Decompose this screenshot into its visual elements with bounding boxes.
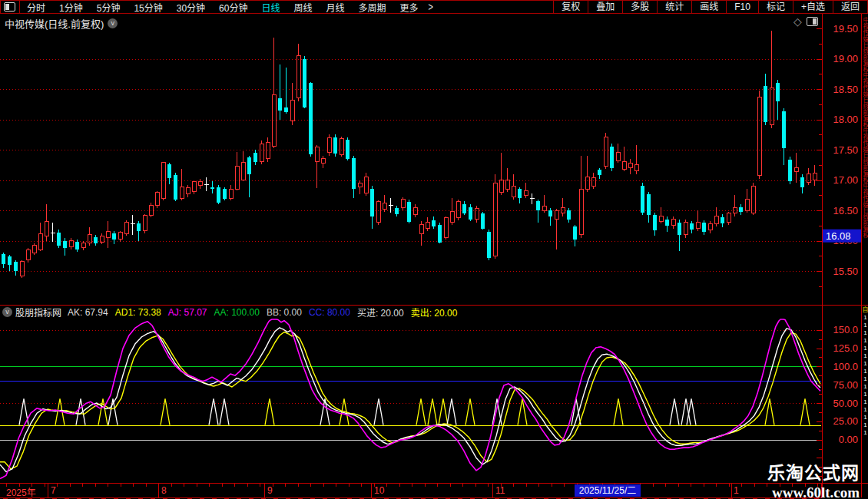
indicator-field-AK: AK: 67.94 xyxy=(68,307,108,318)
timeline-tick xyxy=(171,484,172,487)
collapse-indicator-icon[interactable]: v xyxy=(2,307,12,317)
indicator-header: v 股朋指标网 AK: 67.94AD1: 73.38AJ: 57.07AA: … xyxy=(0,305,868,319)
tab-5分钟[interactable]: 5分钟 xyxy=(90,1,128,14)
tab-更多[interactable]: 更多 xyxy=(393,1,426,14)
body-up xyxy=(493,183,497,256)
body-down xyxy=(782,111,786,148)
candle xyxy=(536,200,540,223)
body-up xyxy=(727,213,731,223)
diamond-icon[interactable]: ◇ xyxy=(793,16,802,27)
chart-title-row: 中视传媒(日线.前复权) v xyxy=(5,16,118,31)
body-up xyxy=(450,212,454,223)
timeline-tick xyxy=(678,484,679,487)
right-strip-vertical-text: 中视传媒日线前复权中视传媒日线前复权中视传媒日线前复权中视传媒日线前复权 xyxy=(862,17,868,302)
body-up xyxy=(321,158,325,163)
tab-15分钟[interactable]: 15分钟 xyxy=(127,1,169,14)
body-down xyxy=(407,202,411,222)
candle xyxy=(690,221,694,233)
body-down xyxy=(610,147,614,168)
body-down xyxy=(776,83,780,101)
tab-日线[interactable]: 日线 xyxy=(254,1,287,14)
timeline-tick xyxy=(197,484,197,487)
candle xyxy=(2,253,5,268)
candle xyxy=(585,156,589,192)
chart-corner-icons: ◇ xyxy=(793,16,818,27)
more-arrow-icon[interactable]: > xyxy=(426,1,436,13)
timeline-tick xyxy=(754,484,755,487)
candle xyxy=(665,216,669,232)
indicator-axis-label: 75.00 xyxy=(833,379,858,391)
toolbar-button-画线[interactable]: 画线 xyxy=(691,1,726,13)
toolbar-button-返回[interactable]: 返回 xyxy=(833,1,867,13)
timeline-label: 2025年 xyxy=(6,485,36,498)
toolbar-button-标记[interactable]: 标记 xyxy=(758,1,793,13)
candle xyxy=(352,156,356,198)
toolbar-button-多股[interactable]: 多股 xyxy=(622,1,657,13)
chevron-down-circle-icon[interactable]: v xyxy=(108,18,118,28)
toolbar-button-+自选[interactable]: +自选 xyxy=(793,1,833,13)
timeline-axis[interactable]: 2025年789101112025/11/25/二 xyxy=(0,483,868,498)
candle xyxy=(776,80,780,119)
toolbar-button-复权[interactable]: 复权 xyxy=(553,1,588,13)
candle xyxy=(186,185,190,197)
body-down xyxy=(137,223,141,230)
body-up xyxy=(186,188,190,194)
tab-1分钟[interactable]: 1分钟 xyxy=(52,1,90,14)
body-down xyxy=(432,220,436,226)
tab-60分钟[interactable]: 60分钟 xyxy=(212,1,254,14)
candle xyxy=(155,191,159,208)
body-up xyxy=(180,187,184,198)
body-up xyxy=(143,215,147,231)
candle xyxy=(647,192,651,222)
body-down xyxy=(800,177,804,187)
window-layout-icon[interactable] xyxy=(4,2,15,12)
candle xyxy=(604,133,608,169)
body-up xyxy=(118,232,122,239)
body-up xyxy=(475,209,479,220)
body-down xyxy=(665,220,669,226)
candle xyxy=(745,189,749,213)
tab-多周期[interactable]: 多周期 xyxy=(352,1,393,14)
body-up xyxy=(745,200,749,210)
timeline-divider xyxy=(371,484,372,497)
body-down xyxy=(352,158,356,189)
candle xyxy=(290,83,294,125)
candle xyxy=(94,235,98,246)
candle xyxy=(407,200,411,224)
candle xyxy=(210,181,214,193)
candle xyxy=(548,208,552,226)
body-up xyxy=(32,246,36,253)
strip-digit: 1 xyxy=(862,421,868,429)
chart-title: 中视传媒(日线.前复权) xyxy=(5,16,104,31)
toolbar-button-F10[interactable]: F10 xyxy=(726,1,758,13)
candle xyxy=(118,231,122,242)
body-up xyxy=(444,217,448,237)
candle xyxy=(260,140,263,164)
window-split-icon[interactable] xyxy=(807,17,818,26)
body-down xyxy=(653,215,657,230)
indicator-field-卖出: 卖出: 20.00 xyxy=(411,306,458,319)
signal-spike-white xyxy=(447,398,456,425)
toolbar-button-叠加[interactable]: 叠加 xyxy=(588,1,622,13)
body-up xyxy=(585,177,589,190)
candle xyxy=(20,260,24,279)
body-up xyxy=(807,174,810,183)
timeline-tick xyxy=(57,484,58,487)
tab-30分钟[interactable]: 30分钟 xyxy=(170,1,212,14)
timeline-tick xyxy=(95,484,96,487)
stock-chart-window: 分时1分钟5分钟15分钟30分钟60分钟日线周线月线多周期更多> 复权叠加多股统… xyxy=(0,0,868,499)
candle xyxy=(487,230,491,260)
tab-月线[interactable]: 月线 xyxy=(320,1,352,14)
tab-分时[interactable]: 分时 xyxy=(20,1,52,14)
candle xyxy=(278,64,282,119)
body-up xyxy=(266,143,270,159)
tab-周线[interactable]: 周线 xyxy=(287,1,319,14)
toolbar-button-统计[interactable]: 统计 xyxy=(657,1,691,13)
candle xyxy=(708,221,712,233)
body-down xyxy=(309,83,313,154)
body-up xyxy=(192,182,196,192)
strip-digit: 1 xyxy=(862,329,868,337)
body-up xyxy=(813,173,817,180)
body-up xyxy=(555,210,558,220)
body-down xyxy=(690,223,694,230)
